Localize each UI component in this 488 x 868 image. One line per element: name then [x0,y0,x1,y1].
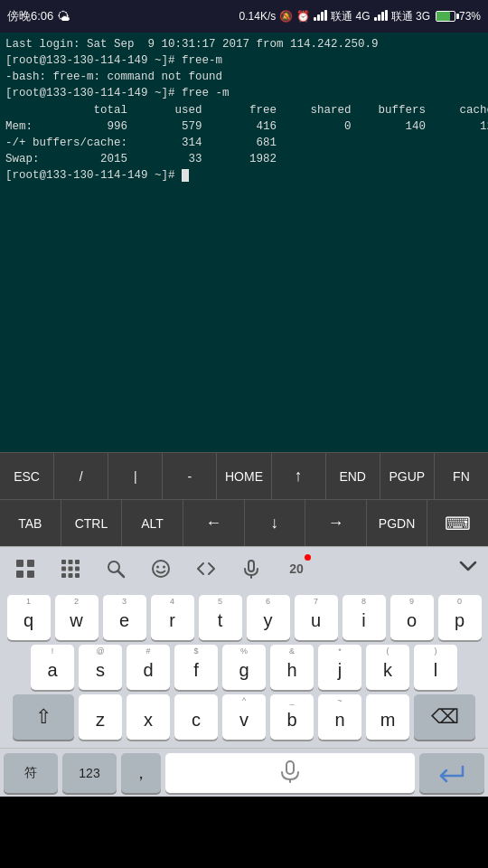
key-p[interactable]: 0p [438,595,482,640]
key-z[interactable]: z [79,694,122,740]
key-q[interactable]: 1q [7,595,51,640]
shift-key[interactable]: ⇧ [13,694,74,740]
up-arrow-key[interactable]: ↑ [272,453,326,499]
signal-4g-icon [314,10,327,24]
svg-rect-10 [61,573,66,578]
svg-line-14 [118,571,125,577]
pgdn-key[interactable]: PGDN [367,500,428,546]
grid-icon[interactable] [9,552,42,585]
svg-rect-18 [249,561,254,571]
key-y[interactable]: 6y [247,595,290,640]
emoji-icon[interactable] [145,552,177,585]
key-m[interactable]: m [366,694,409,740]
voice-icon[interactable] [235,552,267,585]
status-bar: 傍晚6:06 🌤 0.14K/s 🔕 ⏰ 联通 4G 联通 3G [0,0,488,33]
alarm-icon: ⏰ [296,10,310,23]
key-c[interactable]: c [174,694,218,740]
terminal-window[interactable]: Last login: Sat Sep 9 10:31:17 2017 from… [0,33,488,452]
key-s[interactable]: @s [79,645,122,690]
network-speed: 0.14K/s [239,10,277,23]
svg-rect-6 [75,560,80,564]
pgup-key[interactable]: PGUP [380,453,435,499]
weather-icon: 🌤 [57,9,70,24]
key-w[interactable]: 2w [55,595,99,640]
key-h[interactable]: &h [270,645,314,690]
svg-rect-3 [27,571,34,578]
key-j[interactable]: *j [318,645,361,690]
terminal-line-9: [root@133-130-114-149 ~]# [5,167,483,184]
fn-key-bar: TAB CTRL ALT ← ↓ → PGDN ⌨ [0,499,488,546]
svg-rect-4 [61,560,66,564]
silent-icon: 🔕 [279,10,293,23]
battery-icon [436,11,455,22]
svg-point-15 [153,561,169,577]
code-icon[interactable] [190,552,222,585]
ctrl-key[interactable]: CTRL [61,500,123,546]
battery-percent: 73% [459,10,481,23]
right-arrow-key[interactable]: → [305,500,367,546]
alt-key[interactable]: ALT [122,500,183,546]
key-l[interactable]: )l [414,645,457,690]
svg-rect-12 [75,573,80,578]
terminal-line-2: [root@133-130-114-149 ~]# free-m [5,52,483,69]
keyboard-row-3: ⇧ z x c ^v _b ~n m ⌫ [4,694,484,740]
fn-key[interactable]: FN [435,453,488,499]
key-k[interactable]: (k [366,645,409,690]
key-t[interactable]: 5t [199,595,242,640]
keyboard-row-2: !a @s #d $f %g &h *j (k )l [4,645,484,690]
mic-in-space[interactable] [278,760,302,787]
slash-key[interactable]: / [54,453,108,499]
dash-key[interactable]: - [163,453,217,499]
key-g[interactable]: %g [222,645,266,690]
svg-point-17 [163,565,165,568]
enter-key[interactable] [419,753,484,793]
keyboard-toggle-key[interactable]: ⌨ [427,500,488,546]
key-i[interactable]: 8i [343,595,386,640]
time-display: 傍晚6:06 [7,8,53,24]
keyboard: 1q 2w 3e 4r 5t 6y 7u 8i 9o 0p !a @s #d $… [0,590,488,748]
backspace-key[interactable]: ⌫ [414,694,475,740]
search-icon[interactable] [99,552,132,585]
sym-key[interactable]: 符 [4,753,58,793]
20-icon[interactable]: 20 [280,552,313,585]
comma-key[interactable]: ， [121,753,161,793]
terminal-line-3: -bash: free-m: command not found [5,69,483,85]
key-v[interactable]: ^v [222,694,266,740]
key-n[interactable]: ~n [318,694,361,740]
terminal-line-1: Last login: Sat Sep 9 10:31:17 2017 from… [5,36,483,52]
terminal-line-7: -/+ buffers/cache: 314 681 [5,135,483,151]
terminal-line-4: [root@133-130-114-149 ~]# free -m [5,85,483,101]
esc-key[interactable]: ESC [0,453,54,499]
pipe-key[interactable]: | [108,453,163,499]
special-key-bar: ESC / | - HOME ↑ END PGUP FN [0,452,488,499]
svg-rect-5 [69,560,73,564]
key-x[interactable]: x [127,694,170,740]
key-e[interactable]: 3e [103,595,146,640]
home-key[interactable]: HOME [217,453,271,499]
carrier1: 联通 4G [331,9,370,24]
key-b[interactable]: _b [270,694,314,740]
svg-point-16 [156,565,159,568]
key-o[interactable]: 9o [390,595,434,640]
svg-rect-9 [75,566,80,571]
tab-key[interactable]: TAB [0,500,61,546]
terminal-line-6: Mem: 996 579 416 0 140 124 [5,118,483,135]
ime-tools: 20 [9,552,313,585]
key-d[interactable]: #d [127,645,170,690]
down-arrow-key[interactable]: ↓ [245,500,306,546]
key-a[interactable]: !a [31,645,74,690]
svg-rect-1 [27,560,34,567]
end-key[interactable]: END [326,453,380,499]
num-key[interactable]: 123 [62,753,117,793]
key-u[interactable]: 7u [295,595,338,640]
keyboard-row-1: 1q 2w 3e 4r 5t 6y 7u 8i 9o 0p [4,595,484,640]
key-r[interactable]: 4r [151,595,194,640]
left-arrow-key[interactable]: ← [183,500,245,546]
chevron-down-icon[interactable] [457,555,479,582]
svg-rect-20 [286,761,294,774]
key-f[interactable]: $f [174,645,218,690]
apps-icon[interactable] [54,552,87,585]
status-right: 0.14K/s 🔕 ⏰ 联通 4G 联通 3G 73% [239,9,481,24]
space-key[interactable] [165,753,415,793]
terminal-line-5: total used free shared buffers cached [5,102,483,118]
